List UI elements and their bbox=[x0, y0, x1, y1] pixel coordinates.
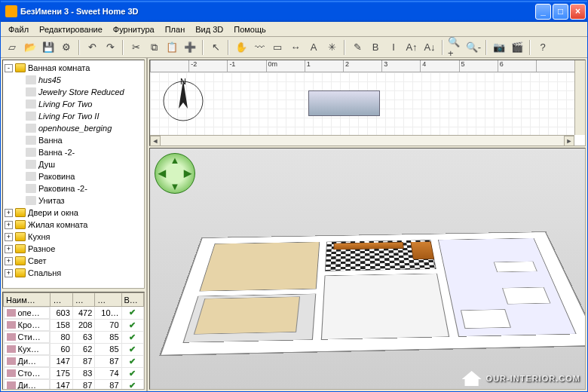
add-furniture-icon[interactable]: ➕ bbox=[182, 39, 198, 56]
menu-вид 3d[interactable]: Вид 3D bbox=[191, 23, 228, 35]
tree-node[interactable]: openhouse_berging bbox=[5, 122, 142, 134]
nav-up-icon[interactable]: ▲ bbox=[168, 154, 181, 167]
undo-icon[interactable]: ↶ bbox=[84, 39, 100, 56]
tree-node[interactable]: +Двери и окна bbox=[5, 207, 142, 219]
wall-icon[interactable]: 〰 bbox=[251, 39, 268, 56]
collapse-icon[interactable]: - bbox=[5, 64, 13, 72]
pan-icon[interactable]: ✋ bbox=[233, 39, 250, 56]
visible-checkbox[interactable]: ✔ bbox=[121, 331, 143, 343]
copy-icon[interactable]: ⧉ bbox=[145, 39, 162, 56]
floor-plan-3d[interactable] bbox=[159, 231, 586, 356]
nav-down-icon[interactable]: ▼ bbox=[168, 180, 181, 193]
decrease-text-icon[interactable]: A↓ bbox=[421, 39, 438, 56]
column-header[interactable]: В… bbox=[121, 293, 143, 307]
menu-файл[interactable]: Файл bbox=[4, 23, 33, 35]
scroll-track[interactable] bbox=[161, 136, 564, 145]
save-icon[interactable]: 💾 bbox=[40, 39, 57, 56]
tree-node[interactable]: +Кухня bbox=[5, 231, 142, 243]
table-row[interactable]: Ди…1478787✔ bbox=[4, 379, 144, 390]
column-header[interactable]: … bbox=[72, 293, 94, 307]
redo-icon[interactable]: ↷ bbox=[102, 39, 118, 56]
tree-node[interactable]: Ванна bbox=[5, 134, 142, 146]
table-row[interactable]: Сто…1758374✔ bbox=[4, 367, 144, 379]
plan-scrollbar-vertical[interactable] bbox=[574, 60, 585, 135]
scroll-left-button[interactable]: ◄ bbox=[150, 136, 161, 146]
tree-node[interactable]: hus45 bbox=[5, 74, 142, 86]
tree-node[interactable]: Ванна -2- bbox=[5, 146, 142, 158]
new-file-icon[interactable]: ▱ bbox=[4, 39, 20, 56]
tree-node[interactable]: +Разное bbox=[5, 243, 142, 255]
scroll-right-button[interactable]: ► bbox=[564, 136, 574, 146]
tree-node[interactable]: +Свет bbox=[5, 255, 142, 267]
cut-icon[interactable]: ✂ bbox=[127, 39, 144, 56]
visible-checkbox[interactable]: ✔ bbox=[121, 343, 143, 355]
paste-icon[interactable]: 📋 bbox=[164, 39, 180, 56]
tree-node[interactable]: Раковина -2- bbox=[5, 182, 142, 194]
expand-icon[interactable]: + bbox=[5, 257, 13, 265]
tree-node[interactable]: Раковина bbox=[5, 170, 142, 182]
tree-node[interactable]: Душ bbox=[5, 158, 142, 170]
compass-icon[interactable]: N bbox=[159, 75, 207, 124]
tree-node[interactable]: Living For Two II bbox=[5, 110, 142, 122]
compass-icon[interactable]: ✳ bbox=[323, 39, 340, 56]
column-header[interactable]: Наим… bbox=[4, 293, 51, 307]
dimension-icon[interactable]: ↔ bbox=[287, 39, 304, 56]
menu-помощь[interactable]: Помощь bbox=[229, 23, 271, 35]
plan-canvas[interactable]: N bbox=[150, 72, 574, 135]
room-icon[interactable]: ▭ bbox=[269, 39, 286, 56]
tree-node[interactable]: -Ванная комната bbox=[5, 62, 142, 74]
nav-right-icon[interactable]: ▶ bbox=[182, 167, 194, 179]
table-row[interactable]: Кух…606285✔ bbox=[4, 343, 144, 355]
minimize-button[interactable]: _ bbox=[535, 4, 551, 20]
tree-node[interactable]: Jewelry Store Reduced bbox=[5, 86, 142, 98]
plan-model-preview[interactable] bbox=[308, 90, 380, 116]
tree-node[interactable]: +Жилая комната bbox=[5, 219, 142, 231]
zoom-in-icon[interactable]: 🔍+ bbox=[447, 39, 464, 56]
column-header[interactable]: … bbox=[51, 293, 72, 307]
table-row[interactable]: Кро…15820870✔ bbox=[4, 319, 144, 331]
open-icon[interactable]: 📂 bbox=[22, 39, 38, 56]
visible-checkbox[interactable]: ✔ bbox=[121, 355, 143, 367]
titlebar[interactable]: БезИмени 3 - Sweet Home 3D _ □ × bbox=[1, 1, 587, 22]
photo-icon[interactable]: 📷 bbox=[491, 39, 507, 56]
visible-checkbox[interactable]: ✔ bbox=[121, 307, 143, 320]
expand-icon[interactable]: + bbox=[5, 233, 13, 241]
edit-text-icon[interactable]: ✎ bbox=[349, 39, 366, 56]
table-row[interactable]: опе…60347210…✔ bbox=[4, 307, 144, 320]
zoom-out-icon[interactable]: 🔍- bbox=[465, 39, 482, 56]
tree-node[interactable]: +Спальня bbox=[5, 267, 142, 279]
text-icon[interactable]: A bbox=[305, 39, 322, 56]
tree-node[interactable]: Унитаз bbox=[5, 194, 142, 207]
expand-icon[interactable]: + bbox=[5, 245, 13, 253]
preferences-icon[interactable]: ⚙ bbox=[58, 39, 75, 56]
table-row[interactable]: Ди…1478787✔ bbox=[4, 355, 144, 367]
nav-pad[interactable]: ▲ ◀▶ ▼ bbox=[155, 153, 195, 194]
video-icon[interactable]: 🎬 bbox=[509, 39, 525, 56]
plan-view[interactable]: -2-10m123456 N ◄ ► bbox=[149, 60, 586, 146]
expand-icon[interactable]: + bbox=[5, 209, 13, 217]
column-header[interactable]: … bbox=[95, 293, 121, 307]
visible-checkbox[interactable]: ✔ bbox=[121, 379, 143, 390]
italic-icon[interactable]: I bbox=[385, 39, 402, 56]
visible-checkbox[interactable]: ✔ bbox=[121, 367, 143, 379]
bold-icon[interactable]: B bbox=[367, 39, 384, 56]
maximize-button[interactable]: □ bbox=[553, 4, 568, 20]
menu-редактирование[interactable]: Редактирование bbox=[35, 23, 107, 35]
menu-план[interactable]: План bbox=[161, 23, 190, 35]
ruler-tick bbox=[150, 60, 188, 72]
close-button[interactable]: × bbox=[570, 4, 586, 20]
nav-left-icon[interactable]: ◀ bbox=[155, 167, 168, 179]
expand-icon[interactable]: + bbox=[5, 269, 13, 277]
increase-text-icon[interactable]: A↑ bbox=[403, 39, 420, 56]
furniture-table[interactable]: Наим…………В… опе…60347210…✔Кро…15820870✔Ст… bbox=[3, 292, 144, 390]
help-icon[interactable]: ? bbox=[534, 39, 551, 56]
menu-фурнитура[interactable]: Фурнитура bbox=[109, 23, 159, 35]
select-icon[interactable]: ↖ bbox=[207, 39, 224, 56]
tree-node[interactable]: Living For Two bbox=[5, 98, 142, 110]
visible-checkbox[interactable]: ✔ bbox=[121, 319, 143, 331]
catalog-tree[interactable]: -Ванная комнатаhus45Jewelry Store Reduce… bbox=[2, 60, 145, 289]
view-3d[interactable]: ▲ ◀▶ ▼ bbox=[149, 148, 586, 390]
table-row[interactable]: Сти…806385✔ bbox=[4, 331, 144, 343]
plan-scrollbar-horizontal[interactable]: ◄ ► bbox=[150, 135, 574, 145]
expand-icon[interactable]: + bbox=[5, 221, 13, 229]
